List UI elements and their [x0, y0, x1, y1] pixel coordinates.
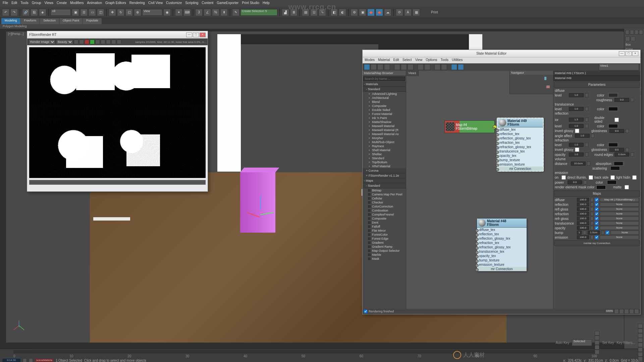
menu-scripting[interactable]: Scripting — [185, 1, 198, 6]
node-slot[interactable]: mr Connection — [477, 267, 527, 271]
slate-titlebar[interactable]: Slate Material Editor — □ × — [363, 50, 640, 57]
section-standard[interactable]: - Standard — [363, 87, 406, 92]
color-swatch[interactable] — [608, 124, 618, 128]
spinner-button[interactable] — [590, 235, 594, 239]
browser-map-item[interactable]: Cellular — [363, 196, 406, 200]
browser-map-item[interactable]: Marble — [363, 253, 406, 257]
hide-unused-icon[interactable] — [394, 64, 400, 70]
color-swatch[interactable] — [596, 185, 606, 189]
menu-help[interactable]: Help — [263, 1, 270, 6]
placement-icon[interactable]: ⊕ — [134, 9, 141, 16]
slate-material-editor[interactable]: Slate Material Editor — □ × ModesMateria… — [362, 50, 641, 314]
browser-material-item[interactable]: Standard — [363, 156, 406, 160]
zoom-region-icon[interactable] — [624, 309, 629, 314]
browser-map-item[interactable]: Falloff — [363, 225, 406, 229]
spinner-button[interactable] — [601, 231, 604, 235]
node-slot[interactable]: mr Connection — [497, 167, 543, 171]
map-slot-button[interactable]: None — [600, 235, 639, 239]
maximize-button[interactable]: □ — [193, 33, 199, 37]
render-frame-icon[interactable]: ▣ — [359, 9, 366, 16]
manip-icon[interactable]: ✦ — [175, 9, 182, 16]
scale-icon[interactable]: ◱ — [125, 9, 133, 16]
select-rect-icon[interactable]: ▭ — [89, 9, 96, 16]
select-by-mat-icon[interactable] — [451, 64, 457, 70]
snap-icon[interactable]: 3 — [195, 9, 203, 16]
menu-edit[interactable]: Edit — [11, 1, 17, 6]
modify-icon[interactable] — [630, 30, 634, 35]
mentalray-rollout[interactable]: mental ray Connection — [554, 240, 640, 246]
minimize-button[interactable]: — — [186, 33, 192, 37]
material-map-browser[interactable]: Material/Map Browser - Materials - Stand… — [363, 71, 406, 309]
gizmo-y-axis[interactable] — [260, 196, 261, 209]
section-fstorm[interactable]: + FStormRender v1.1.2e — [363, 173, 406, 178]
keymode-dropdown[interactable]: Selected — [572, 339, 592, 346]
spinner-button[interactable] — [590, 207, 594, 211]
bitmap-node[interactable]: Map #4FStormBitmap — [444, 120, 495, 133]
options-icon[interactable] — [458, 64, 464, 70]
hierarchy-icon[interactable] — [635, 30, 639, 35]
refresh-icon[interactable] — [95, 40, 100, 44]
browser-material-item[interactable]: XRef Material — [363, 164, 406, 168]
key-button[interactable] — [23, 358, 27, 362]
layout-all-icon[interactable] — [418, 64, 424, 70]
spinner[interactable]: 100.0 — [577, 226, 589, 230]
color-swatch[interactable] — [608, 143, 618, 147]
node-slot[interactable]: emission_texture — [477, 262, 527, 267]
spinner-button[interactable] — [590, 212, 594, 216]
browser-material-item[interactable]: Composite — [363, 104, 406, 108]
key-button[interactable] — [29, 358, 33, 362]
browser-material-item[interactable]: Multi/Sub-Object — [363, 140, 406, 144]
slate-menu-select[interactable]: Select — [402, 58, 412, 63]
nav-icon[interactable] — [638, 328, 643, 333]
spinner-button[interactable] — [585, 107, 588, 111]
scene-tag[interactable]: sceneMateria — [35, 358, 54, 362]
spinner-button[interactable] — [585, 118, 588, 122]
spinner[interactable]: 1.5 — [569, 118, 584, 122]
browser-material-item[interactable]: Maxwell Material (R — [363, 128, 406, 132]
move-icon[interactable]: ✥ — [109, 9, 116, 16]
a360-icon[interactable]: ⟳ — [396, 9, 403, 16]
node-slot[interactable]: bump_texture — [477, 258, 527, 262]
spinner-button[interactable] — [591, 134, 594, 138]
slate-menubar[interactable]: ModesMaterialEditSelectViewOptionsToolsU… — [363, 57, 640, 63]
spinner[interactable]: 1.0 — [569, 143, 584, 147]
move-children-icon[interactable] — [384, 64, 390, 70]
node-slot[interactable]: bump_texture — [497, 158, 543, 162]
map-enable-checkbox[interactable] — [595, 198, 598, 201]
region-icon[interactable] — [101, 40, 105, 44]
zoom-icon[interactable] — [619, 309, 624, 314]
pan-to-selected-icon[interactable] — [634, 309, 639, 314]
spinner[interactable]: 100.0 — [577, 212, 589, 216]
menu-customize[interactable]: Customize — [166, 1, 182, 6]
browser-map-item[interactable]: Forest Edge — [363, 237, 406, 241]
section-maps-standard[interactable]: - Standard — [363, 183, 406, 188]
link-icon[interactable]: 🔗 — [22, 9, 30, 16]
maximize-button[interactable]: □ — [626, 51, 632, 56]
node-graph-view[interactable]: View1 Navigator Map #4FStormBitmap Mater… — [406, 71, 553, 309]
navigator-panel[interactable]: Navigator — [509, 71, 553, 94]
spinner-button[interactable] — [585, 124, 588, 128]
browser-material-item[interactable]: Advanced Lighting — [363, 92, 406, 96]
save-icon[interactable] — [74, 40, 78, 44]
pan-icon[interactable] — [614, 309, 619, 314]
lock-icon[interactable] — [106, 40, 111, 44]
nav-icon[interactable] — [638, 338, 643, 343]
goto-start-icon[interactable] — [595, 331, 599, 336]
double-sided-checkbox[interactable] — [614, 118, 619, 122]
unlink-icon[interactable]: ⛓ — [31, 9, 38, 16]
browser-map-item[interactable]: ForestColor — [363, 233, 406, 237]
checkbox[interactable] — [561, 175, 566, 180]
menu-grapheditors[interactable]: Graph Editors — [105, 1, 126, 6]
node-slot[interactable]: reflection_glossy_tex — [477, 236, 527, 241]
checkbox[interactable] — [625, 185, 629, 189]
bind-icon[interactable]: ◈ — [39, 9, 46, 16]
node-slot[interactable]: opacity_tex — [477, 254, 527, 258]
spinner[interactable]: 100.0 — [577, 207, 589, 211]
node-slot[interactable]: refraction_tex — [477, 241, 527, 245]
menu-printstudio[interactable]: Print Studio — [242, 1, 259, 6]
browser-material-item[interactable]: Ink 'n Paint — [363, 116, 406, 120]
node-slot[interactable]: refraction_tex — [497, 140, 543, 145]
ribbon-tab-selection[interactable]: Selection — [40, 18, 59, 24]
parameters-rollout[interactable]: Parameters — [554, 81, 640, 88]
spinner-button[interactable] — [584, 180, 587, 184]
